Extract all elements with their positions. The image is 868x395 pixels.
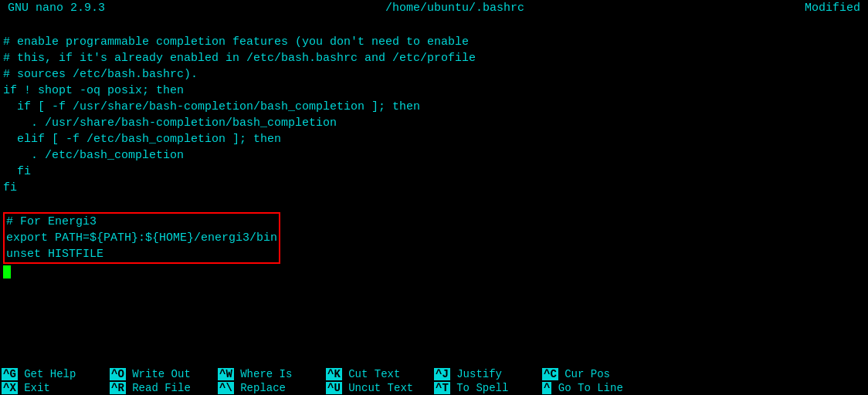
- label-go-to-line: Go To Line: [551, 382, 622, 394]
- title-right: Modified: [805, 2, 860, 15]
- line-6: . /usr/share/bash-completion/bash_comple…: [3, 115, 865, 131]
- title-left: GNU nano 2.9.3: [8, 2, 105, 15]
- shortcut-get-help[interactable]: ^G Get Help: [0, 367, 108, 381]
- line-4: if ! shopt -oq posix; then: [3, 83, 865, 99]
- key-j: ^J: [434, 368, 450, 380]
- shortcut-cut-text[interactable]: ^K Cut Text: [324, 367, 432, 381]
- cursor-line: [3, 264, 865, 280]
- key-u: ^U: [326, 382, 342, 394]
- line-blank2: [3, 196, 865, 212]
- key-caret: ^: [542, 382, 551, 394]
- label-to-spell: To Spell: [450, 382, 509, 394]
- label-justify: Justify: [450, 368, 502, 380]
- shortcut-row-1: ^G Get Help ^O Write Out ^W Where Is ^K …: [0, 367, 868, 381]
- shortcut-justify[interactable]: ^J Justify: [432, 367, 541, 381]
- shortcut-go-to-line[interactable]: ^ Go To Line: [541, 381, 649, 395]
- label-cut-text: Cut Text: [342, 368, 401, 380]
- cursor: [3, 265, 11, 279]
- shortcut-to-spell[interactable]: ^T To Spell: [432, 381, 541, 395]
- label-cur-pos: Cur Pos: [558, 368, 610, 380]
- line-1: # enable programmable completion feature…: [3, 34, 865, 50]
- line-12: # For Energi3: [6, 214, 277, 230]
- title-bar: GNU nano 2.9.3 /home/ubuntu/.bashrc Modi…: [0, 0, 868, 16]
- key-c: ^C: [542, 368, 558, 380]
- key-k: ^K: [326, 368, 342, 380]
- shortcut-read-file[interactable]: ^R Read File: [108, 381, 216, 395]
- label-get-help: Get Help: [18, 368, 76, 380]
- key-backslash: ^\: [218, 382, 234, 394]
- label-write-out: Write Out: [126, 368, 191, 380]
- line-7: elif [ -f /etc/bash_completion ]; then: [3, 131, 865, 147]
- label-replace: Replace: [234, 382, 286, 394]
- label-where-is: Where Is: [234, 368, 293, 380]
- shortcut-replace[interactable]: ^\ Replace: [216, 381, 324, 395]
- line-3: # sources /etc/bash.bashrc).: [3, 66, 865, 83]
- title-center: /home/ubuntu/.bashrc: [385, 2, 524, 15]
- shortcut-where-is[interactable]: ^W Where Is: [216, 367, 324, 381]
- key-o: ^O: [110, 368, 126, 380]
- line-13: export PATH=${PATH}:${HOME}/energi3/bin: [6, 230, 277, 246]
- shortcut-row-2: ^X Exit ^R Read File ^\ Replace ^U Uncut…: [0, 381, 868, 395]
- shortcut-write-out[interactable]: ^O Write Out: [108, 367, 216, 381]
- shortcut-uncut-text[interactable]: ^U Uncut Text: [324, 381, 432, 395]
- key-w: ^W: [218, 368, 234, 380]
- line-5: if [ -f /usr/share/bash-completion/bash_…: [3, 99, 865, 115]
- label-uncut-text: Uncut Text: [342, 382, 413, 394]
- line-10: fi: [3, 180, 865, 196]
- line-9: fi: [3, 164, 865, 180]
- shortcut-exit[interactable]: ^X Exit: [0, 381, 108, 395]
- line-14: unset HISTFILE: [6, 246, 277, 262]
- line-blank1: [3, 18, 865, 34]
- key-r: ^R: [110, 382, 126, 394]
- key-g: ^G: [2, 368, 18, 380]
- editor-area[interactable]: # enable programmable completion feature…: [0, 16, 868, 367]
- shortcut-bar: ^G Get Help ^O Write Out ^W Where Is ^K …: [0, 367, 868, 395]
- label-exit: Exit: [18, 382, 50, 394]
- line-2: # this, if it's already enabled in /etc/…: [3, 50, 865, 66]
- line-8: . /etc/bash_completion: [3, 147, 865, 164]
- terminal: GNU nano 2.9.3 /home/ubuntu/.bashrc Modi…: [0, 0, 868, 395]
- label-read-file: Read File: [126, 382, 191, 394]
- shortcut-cur-pos[interactable]: ^C Cur Pos: [541, 367, 649, 381]
- key-x: ^X: [2, 382, 18, 394]
- key-t: ^T: [434, 382, 450, 394]
